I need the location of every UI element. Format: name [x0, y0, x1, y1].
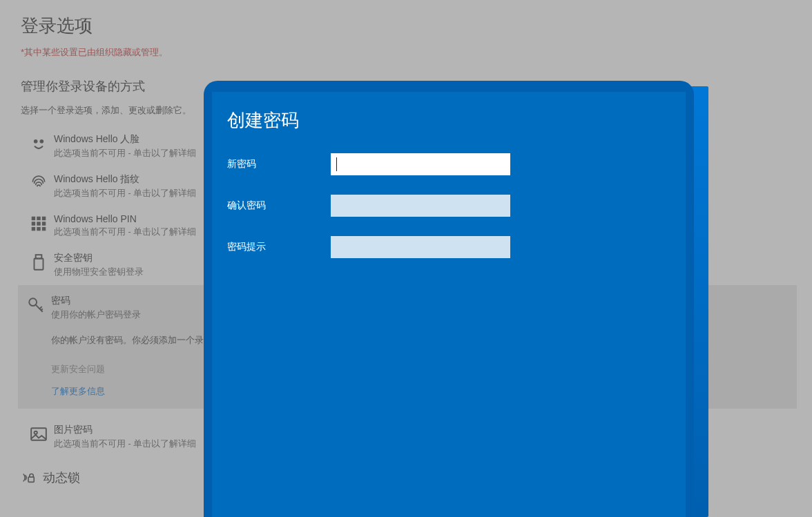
password-hint-input[interactable]	[331, 236, 510, 258]
password-hint-label: 密码提示	[227, 241, 331, 253]
new-password-label: 新密码	[227, 158, 331, 170]
text-cursor	[336, 157, 337, 171]
dialog-title: 创建密码	[227, 108, 670, 133]
confirm-password-input[interactable]	[331, 195, 510, 217]
new-password-input[interactable]	[331, 153, 510, 175]
new-password-row: 新密码	[227, 153, 670, 175]
confirm-password-row: 确认密码	[227, 195, 670, 217]
confirm-password-label: 确认密码	[227, 199, 331, 212]
create-password-dialog: 创建密码 新密码 确认密码 密码提示	[204, 81, 694, 517]
password-hint-row: 密码提示	[227, 236, 670, 258]
